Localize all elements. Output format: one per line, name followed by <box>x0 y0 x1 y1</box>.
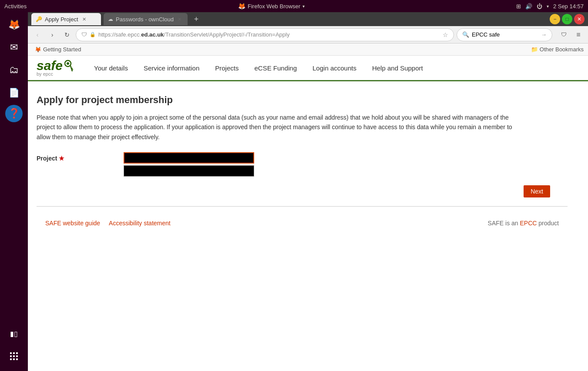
search-text: EPCC safe <box>472 31 500 38</box>
bookmarks-bar: 🦊 Getting Started 📁 Other Bookmarks <box>28 43 588 56</box>
url-bar[interactable]: 🛡 🔒 https://safe.epcc.ed.ac.uk/Transitio… <box>76 28 454 41</box>
maximize-button[interactable]: □ <box>562 14 572 24</box>
sidebar-icon-firefox[interactable]: 🦊 <box>3 14 24 35</box>
page-content: safe by epcc Your details <box>28 56 588 371</box>
bookmark-getting-started[interactable]: 🦊 Getting Started <box>32 46 84 53</box>
system-menu-arrow[interactable]: ▾ <box>547 4 549 9</box>
browser-titlebar: 🔑 Apply Project ✕ ☁ Passwords - ownCloud… <box>28 12 588 26</box>
tab-close-button[interactable]: ✕ <box>81 16 88 23</box>
safe-key-icon <box>64 59 73 72</box>
svg-rect-0 <box>10 352 12 354</box>
reload-button[interactable]: ↻ <box>61 29 73 41</box>
tab-apply-project[interactable]: 🔑 Apply Project ✕ <box>31 13 101 25</box>
required-star: ★ <box>59 155 64 162</box>
lock-icon: 🔒 <box>90 32 96 37</box>
nav-your-details[interactable]: Your details <box>86 60 136 76</box>
close-button[interactable]: ✕ <box>574 14 585 24</box>
window-controls: − □ ✕ <box>550 14 585 24</box>
taskbar: Activities 🦊 Firefox Web Browser ▾ ⊞ 🔊 ⏻… <box>0 0 588 12</box>
page-divider <box>37 206 568 207</box>
browser-name: Firefox Web Browser <box>248 3 300 10</box>
safe-navbar: safe by epcc Your details <box>28 56 588 81</box>
tab-icon-2: ☁ <box>108 16 113 22</box>
search-icon: 🔍 <box>462 31 469 38</box>
browser-window: 🔑 Apply Project ✕ ☁ Passwords - ownCloud… <box>28 12 588 371</box>
browser-menu-arrow[interactable]: ▾ <box>302 4 305 9</box>
logo-text: safe <box>37 58 63 73</box>
svg-point-10 <box>67 62 69 65</box>
footer-suffix: product <box>537 220 559 227</box>
hamburger-menu-button[interactable]: ≡ <box>572 29 585 41</box>
datetime: 2 Sep 14:57 <box>553 3 584 10</box>
tab-close-button-2[interactable]: ✕ <box>176 16 183 23</box>
shield-nav-icon[interactable]: 🛡 <box>558 29 570 41</box>
sidebar: 🦊 ✉ 🗂 📄 ❓ ▮▯ <box>0 12 28 371</box>
project-form-row: Project ★ <box>37 152 568 177</box>
new-tab-button[interactable]: + <box>190 13 202 25</box>
project-text-input[interactable] <box>124 152 254 164</box>
page-title: Apply for project membership <box>37 94 568 106</box>
nav-ecse-funding[interactable]: eCSE Funding <box>246 60 305 76</box>
page-description: Please note that when you apply to join … <box>37 113 515 142</box>
safe-nav-links: Your details Service information Project… <box>86 60 431 76</box>
bookmark-label: Getting Started <box>43 46 81 53</box>
accessibility-link[interactable]: Accessibility statement <box>109 220 171 227</box>
epcc-link[interactable]: EPCC <box>520 220 537 227</box>
footer-links: SAFE website guide Accessibility stateme… <box>45 220 171 227</box>
url-display: https://safe.epcc.ed.ac.uk/TransitionSer… <box>98 31 289 38</box>
tab-owncloud[interactable]: ☁ Passwords - ownCloud ✕ <box>104 13 188 25</box>
bookmark-star-icon[interactable]: ☆ <box>443 31 448 38</box>
search-arrow-icon[interactable]: → <box>541 31 547 38</box>
sidebar-icon-terminal[interactable]: ▮▯ <box>3 323 24 344</box>
activities-button[interactable]: Activities <box>4 3 27 10</box>
project-dropdown[interactable] <box>124 165 254 177</box>
svg-rect-7 <box>13 358 15 360</box>
page-body: Apply for project membership Please note… <box>28 81 576 240</box>
forward-button[interactable]: › <box>46 29 58 41</box>
browser-icon: 🦊 <box>238 3 245 10</box>
nav-help-support[interactable]: Help and Support <box>364 60 431 76</box>
tab-icon: 🔑 <box>36 16 42 22</box>
nav-service-information[interactable]: Service information <box>136 60 207 76</box>
search-bar[interactable]: 🔍 EPCC safe → <box>457 28 552 41</box>
project-label: Project ★ <box>37 152 124 162</box>
svg-rect-3 <box>10 355 12 357</box>
svg-rect-2 <box>16 352 18 354</box>
tab-title-2: Passwords - ownCloud <box>116 16 174 23</box>
power-icon[interactable]: ⏻ <box>537 3 542 10</box>
next-button[interactable]: Next <box>524 185 550 197</box>
shield-icon: 🛡 <box>81 31 87 38</box>
footer-safe-text: SAFE is an <box>488 220 520 227</box>
nav-projects[interactable]: Projects <box>207 60 246 76</box>
safe-logo[interactable]: safe by epcc <box>37 59 73 77</box>
svg-rect-8 <box>16 358 18 360</box>
svg-rect-5 <box>16 355 18 357</box>
svg-rect-4 <box>13 355 15 357</box>
svg-rect-1 <box>13 352 15 354</box>
minimize-button[interactable]: − <box>550 14 560 24</box>
sidebar-icon-help[interactable]: ❓ <box>5 105 23 122</box>
network-icon: ⊞ <box>516 3 521 10</box>
other-bookmarks[interactable]: 📁 Other Bookmarks <box>531 46 584 53</box>
sidebar-icon-email[interactable]: ✉ <box>3 37 24 58</box>
project-field <box>124 152 254 177</box>
folder-icon: 📁 <box>531 46 538 53</box>
other-bookmarks-label: Other Bookmarks <box>540 46 584 53</box>
svg-rect-6 <box>10 358 12 360</box>
volume-icon: 🔊 <box>525 3 532 10</box>
next-button-row: Next <box>37 185 568 197</box>
bookmark-icon: 🦊 <box>35 47 41 53</box>
navigation-bar: ‹ › ↻ 🛡 🔒 https://safe.epcc.ed.ac.uk/Tra… <box>28 26 588 43</box>
sidebar-icon-apps[interactable] <box>3 346 24 367</box>
back-button[interactable]: ‹ <box>31 29 44 41</box>
footer-right: SAFE is an EPCC product <box>488 220 559 227</box>
safe-guide-link[interactable]: SAFE website guide <box>45 220 100 227</box>
nav-login-accounts[interactable]: Login accounts <box>305 60 364 76</box>
sidebar-icon-writer[interactable]: 📄 <box>3 82 24 103</box>
sidebar-icon-files[interactable]: 🗂 <box>3 60 24 80</box>
page-footer: SAFE website guide Accessibility stateme… <box>37 215 568 231</box>
tab-title: Apply Project <box>45 16 78 23</box>
